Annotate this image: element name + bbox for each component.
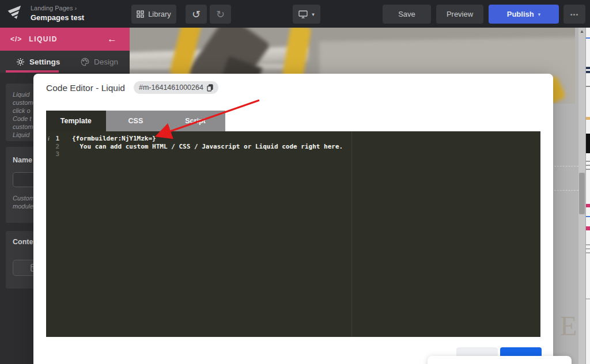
- element-id-value: #m-1641461000264: [139, 84, 203, 92]
- element-header: </> LIQUID ←: [0, 28, 130, 51]
- code-text: [63, 150, 72, 158]
- breadcrumb[interactable]: Landing Pages ›: [31, 5, 77, 12]
- chevron-down-icon: ▾: [538, 12, 541, 17]
- monitor-icon: [298, 10, 308, 18]
- copy-icon[interactable]: [207, 84, 213, 92]
- page-text-watermark: E: [560, 310, 577, 342]
- more-options-button[interactable]: •••: [563, 5, 585, 24]
- back-arrow-icon[interactable]: ←: [107, 33, 117, 45]
- tab-script[interactable]: Script: [165, 111, 225, 131]
- grid-icon: [137, 10, 144, 18]
- library-label: Library: [148, 10, 171, 18]
- tab-template[interactable]: Template: [46, 111, 106, 131]
- save-button[interactable]: Save: [383, 5, 431, 24]
- scrollbar-thumb[interactable]: [579, 173, 585, 214]
- publish-label: Publish: [507, 10, 534, 18]
- preview-label: Preview: [447, 10, 473, 18]
- notification-panel: [428, 356, 572, 364]
- device-selector[interactable]: ▾: [293, 5, 320, 24]
- redo-button[interactable]: ↻: [210, 5, 231, 24]
- page-title: Gempages test: [31, 13, 84, 22]
- code-line: 2 You can add custom HTML / CSS / Javasc…: [46, 143, 540, 151]
- code-editor[interactable]: i 1 {formbuilder:NjY1Mzk=} 2 You can add…: [46, 131, 540, 337]
- tab-settings[interactable]: Settings: [16, 51, 60, 73]
- line-number: 2: [55, 143, 59, 150]
- ellipsis-icon: •••: [570, 11, 579, 18]
- save-label: Save: [398, 10, 415, 18]
- palette-icon: [81, 58, 89, 66]
- gempages-logo: [7, 5, 24, 22]
- code-editor-modal: Code Editor - Liquid #m-1641461000264 Te…: [33, 74, 553, 364]
- redo-icon: ↻: [216, 8, 225, 21]
- section-divider: [554, 166, 578, 166]
- code-text: {formbuilder:NjY1Mzk=}: [63, 135, 156, 143]
- modal-title: Code Editor - Liquid: [46, 83, 125, 93]
- name-label: Name: [13, 156, 32, 164]
- chevron-down-icon: ▾: [312, 12, 315, 17]
- info-annotation-icon: i: [48, 135, 50, 143]
- undo-icon: ↺: [192, 8, 201, 21]
- gear-icon: [16, 58, 25, 66]
- tab-design-label: Design: [94, 58, 118, 66]
- tab-css[interactable]: CSS: [106, 111, 166, 131]
- element-type-label: LIQUID: [29, 35, 58, 43]
- editor-tab-bar: Template CSS Script: [46, 111, 225, 131]
- line-number: 1: [55, 135, 59, 142]
- code-icon: </>: [10, 35, 22, 43]
- publish-button[interactable]: Publish ▾: [489, 5, 559, 24]
- name-caption: Custom module: [13, 194, 35, 210]
- breadcrumb-label[interactable]: Landing Pages: [31, 5, 73, 12]
- scroll-up-icon[interactable]: ▲: [580, 29, 584, 34]
- code-text: You can add custom HTML / CSS / Javascri…: [63, 143, 343, 151]
- print-margin-line: [351, 131, 352, 337]
- sidebar-tab-bar: Settings Design: [0, 51, 130, 73]
- tab-settings-label: Settings: [29, 58, 60, 66]
- undo-button[interactable]: ↺: [186, 5, 207, 24]
- tab-design[interactable]: Design: [81, 51, 118, 73]
- top-bar: Landing Pages › Gempages test Library ↺ …: [0, 0, 590, 28]
- page-minimap-strip: [585, 28, 590, 364]
- preview-button[interactable]: Preview: [436, 5, 483, 24]
- section-divider: [554, 190, 578, 191]
- active-tab-underline: [6, 70, 59, 73]
- breadcrumb-chevron-icon: ›: [74, 5, 77, 12]
- library-button[interactable]: Library: [131, 5, 176, 24]
- code-line: 3: [46, 150, 540, 158]
- code-line: i 1 {formbuilder:NjY1Mzk=}: [46, 135, 540, 143]
- canvas-scrollbar[interactable]: ▲: [578, 28, 585, 364]
- element-id-badge[interactable]: #m-1641461000264: [134, 81, 218, 94]
- line-number: 3: [55, 150, 59, 158]
